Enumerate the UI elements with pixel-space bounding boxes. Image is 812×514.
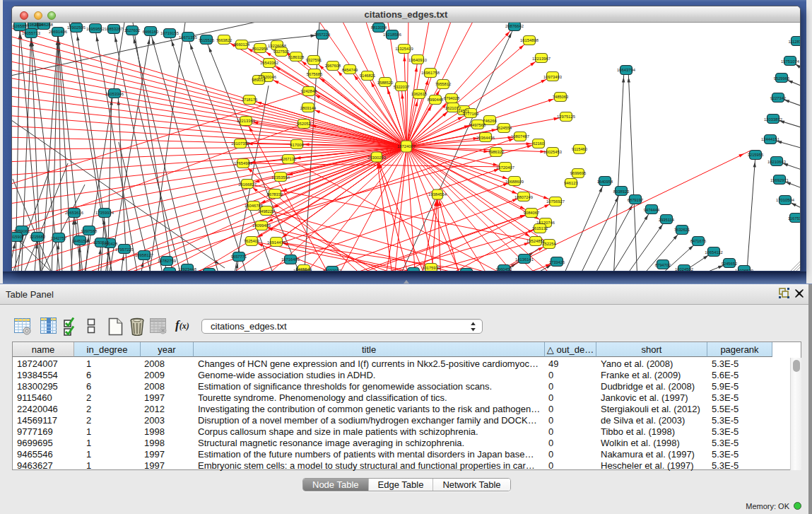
svg-text:10756927: 10756927 bbox=[546, 199, 565, 204]
svg-text:9465546: 9465546 bbox=[296, 267, 312, 271]
svg-text:6497568: 6497568 bbox=[470, 123, 486, 127]
svg-text:16914479: 16914479 bbox=[267, 240, 286, 245]
svg-text:17654983: 17654983 bbox=[234, 161, 252, 165]
svg-text:9660124: 9660124 bbox=[234, 42, 250, 47]
svg-text:9699695: 9699695 bbox=[570, 171, 587, 175]
svg-text:8127399: 8127399 bbox=[406, 270, 422, 271]
svg-text:2967608: 2967608 bbox=[325, 64, 341, 68]
svg-text:9529966: 9529966 bbox=[774, 76, 790, 81]
svg-text:18807249: 18807249 bbox=[514, 195, 533, 199]
svg-text:10688609: 10688609 bbox=[505, 180, 524, 184]
svg-text:3915907: 3915907 bbox=[12, 235, 24, 239]
svg-text:17010504: 17010504 bbox=[776, 198, 795, 202]
svg-text:7663822: 7663822 bbox=[216, 38, 233, 42]
svg-text:8990448: 8990448 bbox=[428, 98, 444, 102]
svg-text:15692971: 15692971 bbox=[770, 178, 789, 182]
svg-text:7955812: 7955812 bbox=[435, 82, 452, 86]
svg-text:19166827: 19166827 bbox=[238, 182, 257, 187]
svg-text:1615132: 1615132 bbox=[532, 226, 548, 230]
svg-text:25300293: 25300293 bbox=[367, 156, 386, 160]
svg-text:3215955: 3215955 bbox=[748, 153, 764, 157]
svg-text:12902505: 12902505 bbox=[67, 25, 86, 30]
svg-text:8454749: 8454749 bbox=[342, 68, 358, 72]
svg-text:12444151: 12444151 bbox=[761, 137, 779, 141]
svg-text:10946288: 10946288 bbox=[35, 23, 53, 27]
svg-text:10024502: 10024502 bbox=[675, 267, 693, 271]
svg-text:9474444: 9474444 bbox=[644, 208, 660, 212]
svg-text:1445152: 1445152 bbox=[72, 239, 88, 243]
svg-text:252254: 252254 bbox=[542, 242, 556, 246]
svg-text:2718176: 2718176 bbox=[242, 98, 258, 102]
svg-text:26053346: 26053346 bbox=[105, 92, 124, 96]
svg-text:9242848: 9242848 bbox=[301, 89, 317, 93]
svg-text:13226058: 13226058 bbox=[268, 44, 286, 48]
svg-text:18724007: 18724007 bbox=[397, 144, 416, 148]
svg-text:17359934: 17359934 bbox=[95, 211, 114, 215]
svg-text:5322037: 5322037 bbox=[394, 85, 410, 89]
svg-text:62160: 62160 bbox=[533, 141, 544, 146]
svg-text:12353594: 12353594 bbox=[271, 175, 290, 180]
svg-text:10853287: 10853287 bbox=[105, 27, 123, 31]
svg-text:8912954: 8912954 bbox=[252, 47, 269, 51]
svg-text:11325419: 11325419 bbox=[395, 47, 413, 51]
svg-text:15716485: 15716485 bbox=[281, 257, 300, 262]
svg-text:10210643: 10210643 bbox=[767, 160, 786, 164]
svg-text:7986322: 7986322 bbox=[488, 150, 505, 154]
svg-text:10973493: 10973493 bbox=[543, 75, 562, 79]
svg-text:16154808: 16154808 bbox=[520, 38, 539, 42]
svg-text:6879197: 6879197 bbox=[628, 198, 644, 202]
svg-text:1527602: 1527602 bbox=[124, 28, 141, 33]
svg-text:946123: 946123 bbox=[564, 181, 577, 185]
svg-text:15720407: 15720407 bbox=[496, 165, 514, 170]
svg-text:19218586: 19218586 bbox=[383, 33, 401, 37]
svg-text:1362615: 1362615 bbox=[411, 92, 428, 96]
svg-text:17957225: 17957225 bbox=[115, 247, 134, 252]
svg-text:8186328: 8186328 bbox=[288, 55, 305, 59]
svg-text:2342757: 2342757 bbox=[51, 236, 67, 240]
svg-text:989015: 989015 bbox=[252, 78, 265, 82]
svg-text:952052: 952052 bbox=[297, 122, 310, 126]
svg-text:10107353: 10107353 bbox=[231, 141, 249, 146]
svg-text:9115460: 9115460 bbox=[572, 147, 587, 151]
svg-text:18032022: 18032022 bbox=[323, 269, 341, 271]
svg-text:1733426: 1733426 bbox=[549, 260, 565, 264]
svg-text:7632621: 7632621 bbox=[674, 228, 690, 232]
svg-text:1167533: 1167533 bbox=[788, 216, 800, 221]
svg-text:8471676: 8471676 bbox=[690, 239, 707, 243]
svg-text:1640954: 1640954 bbox=[597, 180, 613, 184]
svg-text:7857224: 7857224 bbox=[314, 33, 331, 37]
svg-text:16120746: 16120746 bbox=[536, 221, 555, 225]
svg-text:3624554: 3624554 bbox=[496, 126, 512, 130]
svg-text:12213369: 12213369 bbox=[237, 119, 255, 123]
svg-text:8678332: 8678332 bbox=[267, 192, 283, 197]
svg-text:1588520: 1588520 bbox=[377, 81, 394, 85]
svg-text:9084067: 9084067 bbox=[524, 211, 540, 215]
svg-text:3267130: 3267130 bbox=[281, 157, 297, 161]
svg-text:7485063: 7485063 bbox=[553, 95, 569, 99]
svg-text:10807487: 10807487 bbox=[511, 134, 529, 139]
svg-text:20364436: 20364436 bbox=[476, 136, 495, 140]
svg-text:9960453: 9960453 bbox=[496, 267, 512, 271]
svg-text:10175930: 10175930 bbox=[422, 266, 440, 270]
svg-text:6794028: 6794028 bbox=[444, 96, 460, 100]
svg-text:20653616: 20653616 bbox=[65, 211, 83, 215]
svg-text:10025453: 10025453 bbox=[543, 150, 562, 154]
svg-text:12213967: 12213967 bbox=[532, 57, 551, 61]
svg-text:9777169: 9777169 bbox=[463, 112, 479, 116]
svg-text:19384554: 19384554 bbox=[428, 192, 447, 197]
svg-text:8498222: 8498222 bbox=[259, 209, 275, 214]
svg-text:8813054: 8813054 bbox=[371, 25, 387, 30]
svg-text:12975125: 12975125 bbox=[557, 115, 575, 119]
svg-text:9327591: 9327591 bbox=[306, 58, 322, 62]
svg-text:12033872: 12033872 bbox=[764, 117, 782, 122]
svg-text:9227342: 9227342 bbox=[770, 96, 787, 100]
svg-text:10719155: 10719155 bbox=[160, 31, 179, 35]
svg-text:15751074: 15751074 bbox=[781, 59, 800, 64]
svg-text:417006: 417006 bbox=[290, 143, 303, 147]
svg-text:13640910: 13640910 bbox=[408, 58, 427, 62]
svg-text:2803144: 2803144 bbox=[300, 106, 317, 110]
svg-text:9657771: 9657771 bbox=[231, 255, 247, 259]
svg-text:1250515: 1250515 bbox=[93, 240, 110, 245]
svg-text:10958127: 10958127 bbox=[135, 253, 153, 257]
svg-text:9245652: 9245652 bbox=[722, 262, 738, 266]
